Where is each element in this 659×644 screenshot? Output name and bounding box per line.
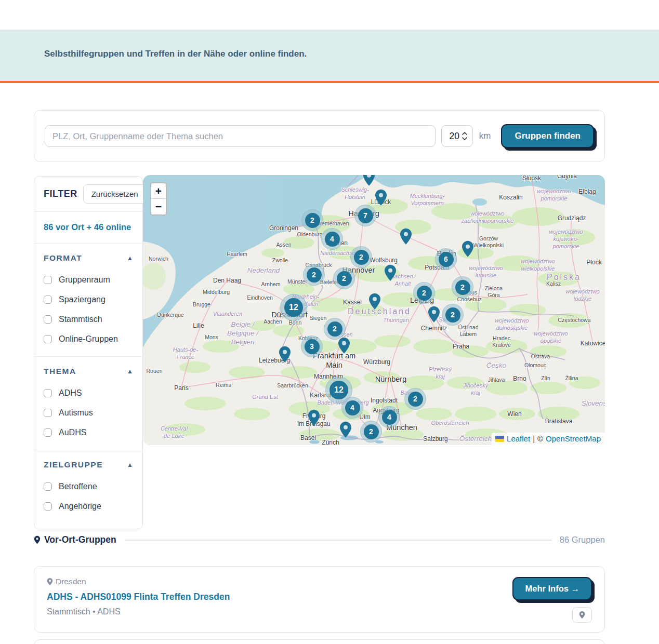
result-meta: Stammtisch • ADHS bbox=[47, 607, 230, 616]
checkbox[interactable] bbox=[44, 502, 52, 511]
radius-value[interactable] bbox=[447, 131, 459, 142]
map-cluster-marker[interactable]: 2 bbox=[324, 318, 346, 340]
filter-summary[interactable]: 86 vor Ort + 46 online bbox=[34, 212, 142, 244]
results-title: Vor-Ort-Gruppen bbox=[44, 534, 116, 545]
result-location-label: Dresden bbox=[56, 577, 86, 586]
cluster-count: 7 bbox=[358, 208, 373, 223]
zoom-out-button[interactable]: − bbox=[151, 199, 166, 214]
map-pin-marker[interactable] bbox=[339, 421, 352, 438]
cluster-count: 2 bbox=[327, 321, 342, 337]
checkbox[interactable] bbox=[44, 276, 52, 284]
map-cluster-marker[interactable]: 4 bbox=[321, 228, 343, 250]
find-groups-button[interactable]: Gruppen finden bbox=[501, 124, 594, 148]
filter-reset-button[interactable]: Zurücksetzen bbox=[83, 184, 147, 204]
map-cluster-marker[interactable]: 4 bbox=[341, 397, 363, 419]
zoom-in-button[interactable]: + bbox=[151, 183, 166, 199]
map-cluster-marker[interactable]: 6 bbox=[435, 248, 457, 270]
checkbox[interactable] bbox=[44, 335, 52, 343]
checkbox[interactable] bbox=[44, 409, 52, 417]
map-pin-marker[interactable] bbox=[384, 264, 397, 281]
filter-option-spaziergang[interactable]: Spaziergang bbox=[44, 295, 133, 304]
filter-sections: FORMAT▲GruppenraumSpaziergangStammtischO… bbox=[34, 244, 142, 529]
map-pin-marker[interactable] bbox=[400, 228, 412, 245]
filter-section-thema: THEMA▲ADHSAutismusAuDHS bbox=[34, 357, 142, 450]
collapse-triangle-icon[interactable]: ▲ bbox=[127, 368, 133, 375]
pin-icon bbox=[47, 578, 53, 586]
map-zoom-control: + − bbox=[150, 182, 167, 216]
results-title-wrap: Vor-Ort-Gruppen bbox=[34, 534, 116, 545]
cluster-count: 12 bbox=[330, 381, 348, 399]
filter-option-adhs[interactable]: ADHS bbox=[44, 388, 133, 398]
main-content: km Gruppen finden FILTER Zurücksetzen 86… bbox=[34, 110, 605, 644]
map-pin-marker[interactable] bbox=[338, 337, 350, 354]
map-cluster-marker[interactable]: 2 bbox=[404, 388, 426, 410]
checkbox[interactable] bbox=[44, 296, 52, 304]
map-cluster-marker[interactable]: 7 bbox=[354, 205, 376, 226]
filter-option-autismus[interactable]: Autismus bbox=[44, 408, 133, 418]
filter-section-header[interactable]: FORMAT▲ bbox=[44, 253, 133, 263]
filter-section-title: ZIELGRUPPE bbox=[44, 460, 103, 469]
cluster-count: 4 bbox=[382, 410, 397, 425]
osm-link[interactable]: OpenStreetMap bbox=[546, 434, 601, 443]
map-pin-marker[interactable] bbox=[279, 346, 291, 363]
filter-option-label: Spaziergang bbox=[59, 295, 106, 304]
map-cluster-marker[interactable]: 2 bbox=[303, 264, 325, 286]
map-cluster-marker[interactable]: 4 bbox=[378, 406, 400, 428]
filter-option-label: Stammtisch bbox=[59, 315, 102, 324]
filter-section-header[interactable]: THEMA▲ bbox=[44, 367, 133, 376]
cluster-count: 2 bbox=[455, 280, 470, 295]
filter-option-label: Autismus bbox=[59, 408, 93, 418]
result-card-actions: Mehr Infos → bbox=[512, 577, 592, 623]
map-pin-marker[interactable] bbox=[462, 240, 474, 258]
radius-input[interactable] bbox=[441, 125, 472, 147]
cluster-count: 2 bbox=[354, 250, 369, 265]
checkbox[interactable] bbox=[44, 428, 52, 437]
map-pin-marker[interactable] bbox=[368, 293, 381, 310]
filter-option-angeh-rige[interactable]: Angehörige bbox=[44, 502, 133, 511]
map-pin-marker[interactable] bbox=[428, 306, 440, 323]
filter-option-stammtisch[interactable]: Stammtisch bbox=[44, 315, 133, 324]
filter-panel: FILTER Zurücksetzen 86 vor Ort + 46 onli… bbox=[34, 176, 143, 529]
pin-icon bbox=[579, 611, 585, 619]
map-cluster-marker[interactable]: 2 bbox=[333, 267, 355, 289]
map-cluster-marker[interactable]: 2 bbox=[301, 209, 323, 231]
search-input[interactable] bbox=[45, 125, 436, 147]
filter-section-format: FORMAT▲GruppenraumSpaziergangStammtischO… bbox=[34, 244, 142, 357]
map-pin-marker[interactable] bbox=[363, 175, 375, 186]
filter-option-audhs[interactable]: AuDHS bbox=[44, 428, 133, 437]
map-canvas[interactable]: + − Leaflet | © OpenStreetMap HamburgHan… bbox=[143, 175, 605, 445]
filter-option-online-gruppen[interactable]: Online-Gruppen bbox=[44, 334, 133, 344]
intro-banner-text: Selbsthilfegruppen und Treffen in der Nä… bbox=[44, 49, 615, 59]
filter-option-label: AuDHS bbox=[59, 428, 86, 437]
filter-option-label: Gruppenraum bbox=[59, 275, 110, 285]
result-title-link[interactable]: ADHS - ADHS01099 Flinta Treffen Dresden bbox=[47, 592, 230, 602]
cluster-count: 2 bbox=[445, 307, 460, 323]
map-cluster-marker[interactable]: 3 bbox=[301, 336, 323, 357]
checkbox[interactable] bbox=[44, 315, 52, 324]
leaflet-link[interactable]: Leaflet bbox=[507, 434, 530, 443]
map-cluster-marker[interactable]: 2 bbox=[350, 246, 372, 268]
checkbox[interactable] bbox=[44, 482, 52, 491]
cluster-count: 2 bbox=[364, 424, 379, 439]
cluster-count: 12 bbox=[284, 298, 303, 317]
map-pin-marker[interactable] bbox=[308, 409, 320, 426]
collapse-triangle-icon[interactable]: ▲ bbox=[127, 254, 133, 262]
map-pin-marker[interactable] bbox=[375, 189, 387, 206]
filter-title: FILTER bbox=[44, 189, 77, 199]
map-cluster-marker[interactable]: 2 bbox=[452, 276, 473, 298]
checkbox[interactable] bbox=[44, 389, 52, 397]
map-cluster-marker[interactable]: 2 bbox=[360, 421, 382, 442]
more-info-button[interactable]: Mehr Infos → bbox=[512, 577, 592, 600]
map-cluster-marker[interactable]: 12 bbox=[280, 294, 307, 321]
filter-option-gruppenraum[interactable]: Gruppenraum bbox=[44, 275, 133, 285]
filter-section-header[interactable]: ZIELGRUPPE▲ bbox=[44, 460, 133, 469]
collapse-triangle-icon[interactable]: ▲ bbox=[127, 461, 133, 468]
result-card: Aschaffenburg Mehr Infos → bbox=[34, 639, 605, 644]
cluster-count: 2 bbox=[307, 267, 322, 283]
filter-option-betroffene[interactable]: Betroffene bbox=[44, 482, 133, 491]
map-cluster-marker[interactable]: 2 bbox=[413, 282, 435, 304]
spinner-arrows-icon[interactable] bbox=[462, 131, 467, 141]
map-cluster-marker[interactable]: 2 bbox=[442, 304, 464, 326]
filter-section-title: THEMA bbox=[44, 367, 76, 376]
show-on-map-button[interactable] bbox=[572, 607, 592, 623]
